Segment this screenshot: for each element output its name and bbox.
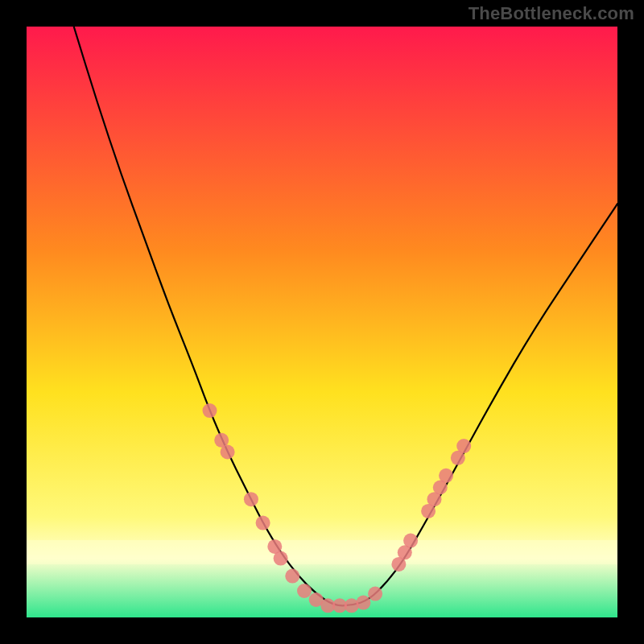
marker-dot	[297, 584, 312, 598]
chart-svg	[27, 27, 617, 617]
plot-area	[27, 27, 617, 617]
marker-dot	[256, 516, 270, 530]
chart-frame: TheBottleneck.com	[0, 0, 644, 644]
marker-dot	[356, 596, 370, 610]
marker-dot	[221, 445, 235, 460]
gradient-background	[27, 27, 617, 617]
pale-band	[27, 540, 617, 564]
marker-dot	[439, 469, 453, 483]
marker-dot	[403, 534, 418, 548]
marker-dot	[456, 439, 471, 453]
marker-dot	[368, 587, 382, 601]
watermark-text: TheBottleneck.com	[469, 3, 634, 24]
marker-dot	[285, 569, 299, 584]
marker-dot	[274, 551, 288, 566]
marker-dot	[203, 403, 217, 418]
marker-dot	[244, 492, 258, 506]
